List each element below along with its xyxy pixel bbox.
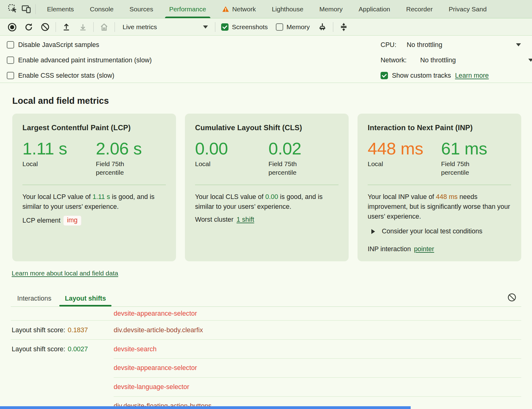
consider-local-conditions-label: Consider your local test conditions <box>382 228 482 235</box>
memory-toggle[interactable]: Memory <box>276 23 310 31</box>
lcp-card: Largest Contentful Paint (LCP) 1.11 s Lo… <box>12 114 176 261</box>
garbage-collect-brush-icon <box>318 22 327 32</box>
load-profile-button[interactable] <box>58 20 75 34</box>
inp-interaction-link[interactable]: pointer <box>414 245 434 253</box>
inspect-element-button[interactable] <box>6 2 20 16</box>
devtools-tab-recorder[interactable]: Recorder <box>398 0 440 18</box>
metric-cards: Largest Contentful Paint (LCP) 1.11 s Lo… <box>12 114 521 261</box>
inp-card-title: Interaction to Next Paint (INP) <box>368 123 511 132</box>
tab-label: Console <box>90 6 114 13</box>
card-divider <box>195 185 338 185</box>
save-profile-button[interactable] <box>75 20 91 34</box>
score-value: 0.0027 <box>68 345 88 353</box>
performance-toolbar: Live metrics Screenshots Memory <box>0 19 532 36</box>
cls-local-value: 0.00 <box>195 140 268 158</box>
device-toolbar-icon <box>22 4 32 14</box>
cls-description: Your local CLS value of 0.00 is good, an… <box>195 192 338 212</box>
enable-css-selector-stats-slow--checkbox[interactable] <box>7 72 14 79</box>
shifted-element-link[interactable]: devsite-language-selector <box>114 383 189 391</box>
score-label: Layout shift score: <box>12 326 65 333</box>
toggle-device-toolbar-button[interactable] <box>20 2 33 16</box>
download-icon <box>78 22 88 32</box>
chevron-down-icon <box>516 43 521 46</box>
tab-label: Recorder <box>406 6 432 13</box>
lcp-card-title: Largest Contentful Paint (LCP) <box>22 123 166 132</box>
devtools-tab-privacy-sand[interactable]: Privacy Sand <box>441 0 495 18</box>
enable-advanced-paint-instrumentation-slow--checkbox[interactable] <box>7 56 14 64</box>
log-tab-interactions[interactable]: Interactions <box>17 295 51 306</box>
cpu-throttling-select[interactable]: No throttling <box>407 41 442 49</box>
devtools-tab-console[interactable]: Console <box>82 0 122 18</box>
shifted-element-link[interactable]: devsite-appearance-selector <box>114 310 197 317</box>
upload-icon <box>62 22 71 32</box>
tab-label: Elements <box>47 6 74 13</box>
home-button[interactable] <box>96 20 112 34</box>
devtools-tab-performance[interactable]: Performance <box>161 0 214 18</box>
record-icon <box>7 22 17 32</box>
lcp-field-label: Field 75th percentile <box>96 160 132 177</box>
option-label: Enable advanced paint instrumentation (s… <box>18 56 152 64</box>
shifted-element-link[interactable]: devsite-appearance-selector <box>114 364 197 372</box>
shifted-element-link[interactable]: div.devsite-article-body.clearfix <box>114 326 203 334</box>
gc-button[interactable] <box>314 20 331 34</box>
inp-local-value: 448 ms <box>368 140 441 158</box>
panel-mode-select[interactable]: Live metrics <box>117 20 213 34</box>
layout-shift-score: Layout shift score:0.1837 <box>12 326 88 334</box>
collapse-sections-button[interactable] <box>335 20 352 34</box>
disable-javascript-samples-checkbox[interactable] <box>7 41 14 49</box>
option-row-enable-css-selector-stats-slow-: Enable CSS selector stats (slow) <box>7 68 152 83</box>
worst-cluster-link[interactable]: 1 shift <box>237 216 254 224</box>
lcp-element-row: LCP element img <box>22 216 166 225</box>
option-row-enable-advanced-paint-instrumentation-slow-: Enable advanced paint instrumentation (s… <box>7 53 152 68</box>
divider <box>215 22 215 32</box>
capture-option-checkboxes: Disable JavaScript samplesEnable advance… <box>7 37 152 83</box>
clear-icon <box>41 22 50 32</box>
lcp-field-value: 2.06 s <box>96 140 169 158</box>
inp-card: Interaction to Next Paint (INP) 448 ms L… <box>358 114 521 261</box>
shifted-element-link[interactable]: devsite-search <box>114 345 157 353</box>
lcp-description: Your local LCP value of 1.11 s is good, … <box>22 192 166 212</box>
throttling-options: CPU: No throttling Network: No throttlin… <box>381 37 532 83</box>
card-divider <box>22 185 166 185</box>
cls-values: 0.00 Local 0.02 Field 75th percentile <box>195 140 338 177</box>
cpu-throttling-row: CPU: No throttling <box>381 37 532 53</box>
log-tab-layout-shifts[interactable]: Layout shifts <box>65 295 106 306</box>
show-custom-tracks-checkbox[interactable] <box>381 72 388 79</box>
tab-label: Lighthouse <box>272 6 303 13</box>
network-warning-icon <box>222 6 229 12</box>
devtools-tab-network[interactable]: Network <box>214 0 264 18</box>
local-field-metrics-heading: Local and field metrics <box>12 96 532 106</box>
inp-local-label: Local <box>368 160 404 168</box>
screenshots-toggle[interactable]: Screenshots <box>221 23 268 31</box>
layout-shift-row: Layout shift score:0.1837div.devsite-art… <box>11 320 521 339</box>
record-button[interactable] <box>4 20 20 34</box>
lcp-values: 1.11 s Local 2.06 s Field 75th percentil… <box>22 140 166 177</box>
cls-field-label: Field 75th percentile <box>268 160 305 177</box>
log-tab-strip: InteractionsLayout shifts <box>11 277 521 307</box>
lcp-local-label: Local <box>22 160 59 168</box>
show-custom-tracks-label: Show custom tracks <box>392 72 451 80</box>
consider-local-conditions-disclosure[interactable]: Consider your local test conditions <box>368 228 511 235</box>
inp-field-value: 61 ms <box>441 140 514 158</box>
devtools-tab-application[interactable]: Application <box>351 0 398 18</box>
devtools-tab-elements[interactable]: Elements <box>39 0 82 18</box>
lcp-element-chip[interactable]: img <box>64 216 81 225</box>
clear-icon <box>507 293 517 302</box>
divider <box>115 22 115 32</box>
network-label: Network: <box>381 56 420 64</box>
network-throttling-select[interactable]: No throttling <box>420 56 456 64</box>
devtools-tab-lighthouse[interactable]: Lighthouse <box>264 0 311 18</box>
learn-more-local-field-link[interactable]: Learn more about local and field data <box>12 270 118 277</box>
screenshots-checkbox[interactable] <box>221 23 229 31</box>
score-value: 0.1837 <box>68 326 88 333</box>
clear-button[interactable] <box>37 20 53 34</box>
reload-and-record-button[interactable] <box>20 20 37 34</box>
devtools-tab-memory[interactable]: Memory <box>311 0 351 18</box>
devtools-tabs: ElementsConsoleSourcesPerformance Networ… <box>39 0 495 18</box>
clear-log-button[interactable] <box>506 292 517 303</box>
inp-interaction-label: INP interaction <box>368 245 411 253</box>
custom-tracks-learn-more-link[interactable]: Learn more <box>455 72 489 80</box>
divider <box>333 22 333 32</box>
memory-checkbox[interactable] <box>276 23 283 31</box>
devtools-tab-sources[interactable]: Sources <box>122 0 161 18</box>
